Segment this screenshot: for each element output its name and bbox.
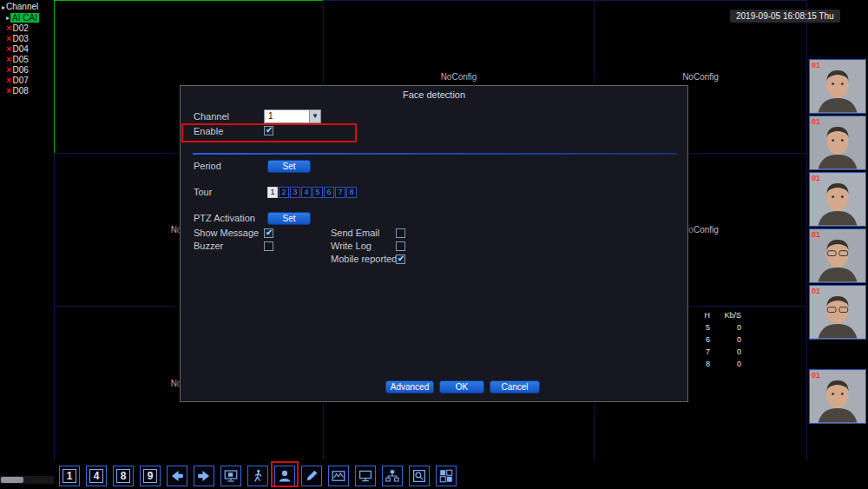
snapshot-button[interactable] <box>328 466 349 486</box>
channel-select[interactable]: 1 ▼ <box>264 109 321 123</box>
tour-button[interactable]: 2 <box>279 187 289 198</box>
sidebar-scrollbar[interactable] <box>0 476 54 484</box>
channel-label: D07 <box>12 76 28 85</box>
sidebar-item-ai-cam[interactable]: ▸ AI CAI <box>0 12 54 23</box>
sidebar-scrollbar-thumb[interactable] <box>1 477 23 483</box>
buzzer-checkbox[interactable] <box>264 241 273 251</box>
bitrate-row: 80 <box>694 358 741 370</box>
offline-x-icon: × <box>6 76 11 84</box>
person-face-icon <box>277 468 293 484</box>
snapshot-channel-badge: 01 <box>812 371 820 380</box>
left-arrow-icon <box>169 468 185 484</box>
face-snapshot[interactable]: 01 <box>809 172 866 227</box>
offline-x-icon: × <box>6 86 11 95</box>
chevron-down-icon[interactable]: ▼ <box>309 110 320 122</box>
channel-grid-button[interactable] <box>436 466 457 486</box>
buzzer-label: Buzzer <box>194 241 223 252</box>
snapshot-channel-badge: 01 <box>812 230 820 239</box>
face-snapshot[interactable]: 01 <box>809 116 866 170</box>
offline-x-icon: × <box>6 34 11 43</box>
period-set-button[interactable]: Set <box>267 160 311 173</box>
bitrate-table: HKb/S 50 60 70 80 <box>694 309 741 370</box>
write-log-checkbox[interactable] <box>396 241 405 251</box>
tour-button[interactable]: 3 <box>290 187 300 198</box>
offline-x-icon: × <box>6 23 11 32</box>
channel-label: D08 <box>12 86 28 96</box>
bitrate-col-header: Kb/S <box>710 309 741 321</box>
tour-button[interactable]: 4 <box>301 187 312 198</box>
tour-button[interactable]: 7 <box>335 187 345 198</box>
view-9-button[interactable]: 9 <box>140 466 161 486</box>
brush-icon <box>304 468 319 484</box>
datetime-display: 2019-09-05 16:08:15 Thu <box>730 10 840 23</box>
channel-tree-header[interactable]: ▸Channel <box>0 0 54 12</box>
channel-label: D04 <box>12 44 28 54</box>
network-button[interactable] <box>382 466 403 486</box>
view-4-button[interactable]: 4 <box>86 466 107 486</box>
sidebar-item-d03[interactable]: ×D03 <box>0 33 54 43</box>
face-snapshot[interactable]: 01 <box>809 285 866 340</box>
offline-x-icon: × <box>6 55 11 63</box>
noconfig-label: NoConfig <box>682 72 719 82</box>
monitor-icon <box>358 468 373 484</box>
tour-button[interactable]: 6 <box>324 187 334 198</box>
tour-button[interactable]: 5 <box>312 187 323 198</box>
section-divider <box>193 153 677 155</box>
tour-button[interactable]: 1 <box>267 187 278 198</box>
sidebar-item-d05[interactable]: ×D05 <box>0 54 54 64</box>
bitrate-row: 60 <box>694 334 741 346</box>
prev-channel-button[interactable] <box>167 466 187 486</box>
channel-select-value: 1 <box>268 110 273 122</box>
show-message-checkbox[interactable] <box>264 228 273 238</box>
ptz-control-button[interactable] <box>301 466 322 486</box>
snapshot-channel-badge: 01 <box>812 174 820 182</box>
motion-detect-button[interactable] <box>247 466 268 486</box>
expand-arrow-icon: ▸ <box>6 14 10 22</box>
write-log-label: Write Log <box>331 241 372 252</box>
sidebar-item-d08[interactable]: ×D08 <box>0 85 54 96</box>
face-detect-button[interactable] <box>274 466 295 486</box>
snapshot-channel-badge: 01 <box>812 117 820 126</box>
enable-checkbox[interactable] <box>264 126 273 135</box>
bitrate-row: 50 <box>694 321 741 334</box>
sidebar-item-d04[interactable]: ×D04 <box>0 43 54 54</box>
view-1-button[interactable]: 1 <box>59 466 80 486</box>
face-snapshot[interactable]: 01 <box>809 59 866 114</box>
mobile-reported-label: Mobile reported <box>331 254 397 265</box>
device-search-button[interactable] <box>409 466 430 486</box>
face-snapshot[interactable]: 01 <box>809 228 866 283</box>
sidebar-item-d02[interactable]: ×D02 <box>0 23 54 33</box>
next-channel-button[interactable] <box>194 466 214 486</box>
mobile-reported-checkbox[interactable] <box>396 254 405 264</box>
advanced-button[interactable]: Advanced <box>385 380 434 393</box>
send-email-checkbox[interactable] <box>396 228 405 238</box>
view-4-icon: 4 <box>89 469 104 483</box>
face-snapshot[interactable]: 01 <box>809 369 866 424</box>
view-8-icon: 8 <box>116 469 131 483</box>
channel-label: D02 <box>12 23 28 33</box>
view-8-button[interactable]: 8 <box>113 466 134 486</box>
bitrate-row: 70 <box>694 346 741 358</box>
playback-button[interactable] <box>220 466 241 486</box>
image-icon <box>331 468 346 484</box>
channel-sidebar: ▸Channel ▸ AI CAI ×D02 ×D03 ×D04 ×D05 ×D… <box>0 0 54 489</box>
ptz-activation-field-label: PTZ Activation <box>194 213 255 224</box>
cancel-button[interactable]: Cancel <box>490 380 540 393</box>
ok-button[interactable]: OK <box>439 380 484 393</box>
snapshot-channel-badge: 01 <box>812 61 820 69</box>
ptz-set-button[interactable]: Set <box>267 212 311 225</box>
offline-x-icon: × <box>6 44 11 53</box>
dvr-screen: { "header": { "timestamp": "2019-09-05 1… <box>0 0 868 489</box>
sidebar-item-d07[interactable]: ×D07 <box>0 75 54 85</box>
enable-field-label: Enable <box>194 126 223 137</box>
bitrate-col-header: H <box>694 309 710 321</box>
grid-icon <box>438 468 454 484</box>
device-search-icon <box>411 468 427 484</box>
display-button[interactable] <box>355 466 376 486</box>
channel-label: AI CAI <box>10 13 39 23</box>
face-detection-dialog: Face detection Channel 1 ▼ Enable Period… <box>180 85 688 402</box>
screen-play-icon <box>223 468 239 484</box>
channel-tree-title: Channel <box>6 2 38 11</box>
tour-button[interactable]: 8 <box>346 187 357 198</box>
sidebar-item-d06[interactable]: ×D06 <box>0 64 54 75</box>
